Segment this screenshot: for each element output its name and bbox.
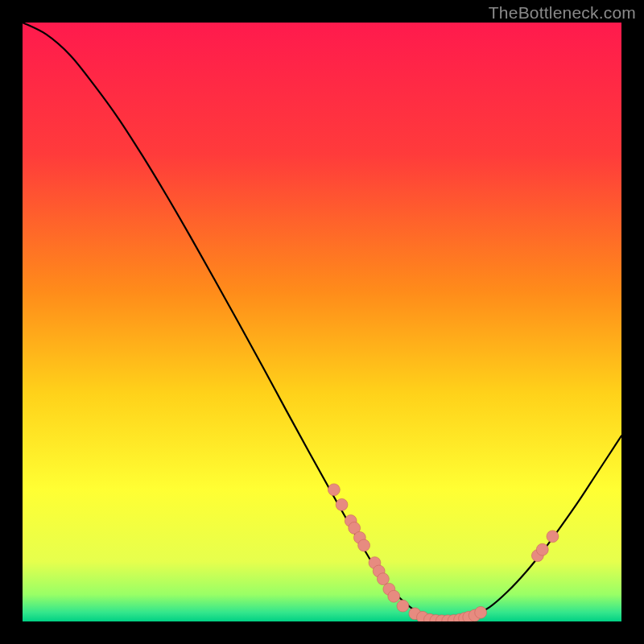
data-marker bbox=[358, 539, 370, 551]
data-marker bbox=[377, 573, 389, 585]
plot-area bbox=[23, 23, 621, 621]
data-marker bbox=[328, 484, 340, 496]
data-marker bbox=[475, 606, 487, 618]
data-marker bbox=[388, 590, 400, 602]
data-marker bbox=[547, 530, 559, 543]
data-marker bbox=[397, 600, 409, 612]
chart-svg bbox=[23, 23, 621, 621]
chart-frame: TheBottleneck.com bbox=[0, 0, 644, 644]
data-marker bbox=[336, 498, 348, 510]
data-marker bbox=[536, 543, 548, 555]
gradient-background bbox=[23, 23, 621, 621]
watermark-text: TheBottleneck.com bbox=[489, 3, 636, 23]
